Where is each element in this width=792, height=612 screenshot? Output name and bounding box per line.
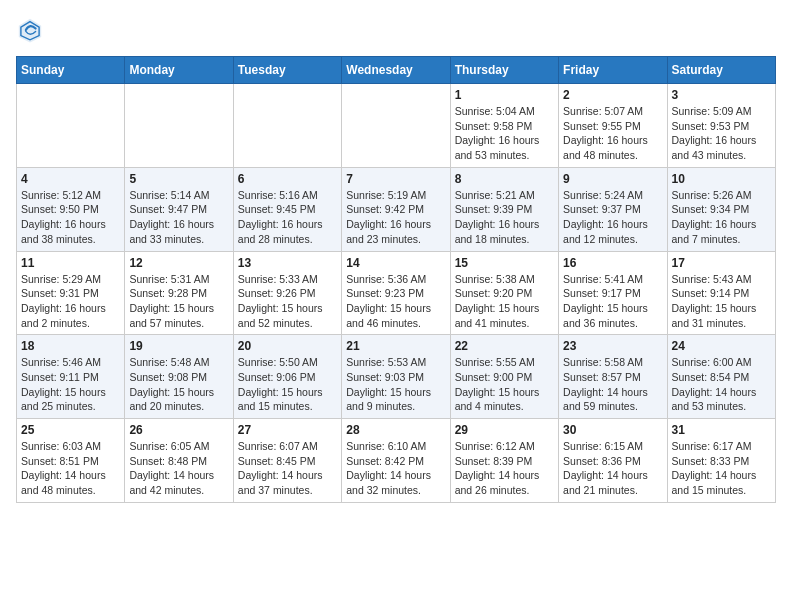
day-number: 15: [455, 256, 554, 270]
day-number: 29: [455, 423, 554, 437]
cell-info: Sunrise: 5:12 AM Sunset: 9:50 PM Dayligh…: [21, 188, 120, 247]
calendar-cell: [233, 84, 341, 168]
calendar-cell: 26Sunrise: 6:05 AM Sunset: 8:48 PM Dayli…: [125, 419, 233, 503]
calendar-header-row: SundayMondayTuesdayWednesdayThursdayFrid…: [17, 57, 776, 84]
calendar-cell: 13Sunrise: 5:33 AM Sunset: 9:26 PM Dayli…: [233, 251, 341, 335]
calendar-cell: 31Sunrise: 6:17 AM Sunset: 8:33 PM Dayli…: [667, 419, 775, 503]
cell-info: Sunrise: 5:07 AM Sunset: 9:55 PM Dayligh…: [563, 104, 662, 163]
cell-info: Sunrise: 5:04 AM Sunset: 9:58 PM Dayligh…: [455, 104, 554, 163]
day-header-thursday: Thursday: [450, 57, 558, 84]
day-number: 3: [672, 88, 771, 102]
cell-info: Sunrise: 5:16 AM Sunset: 9:45 PM Dayligh…: [238, 188, 337, 247]
cell-info: Sunrise: 6:17 AM Sunset: 8:33 PM Dayligh…: [672, 439, 771, 498]
calendar-cell: 25Sunrise: 6:03 AM Sunset: 8:51 PM Dayli…: [17, 419, 125, 503]
calendar-cell: 18Sunrise: 5:46 AM Sunset: 9:11 PM Dayli…: [17, 335, 125, 419]
day-number: 25: [21, 423, 120, 437]
calendar-cell: 12Sunrise: 5:31 AM Sunset: 9:28 PM Dayli…: [125, 251, 233, 335]
cell-info: Sunrise: 5:09 AM Sunset: 9:53 PM Dayligh…: [672, 104, 771, 163]
calendar-cell: 5Sunrise: 5:14 AM Sunset: 9:47 PM Daylig…: [125, 167, 233, 251]
day-number: 18: [21, 339, 120, 353]
calendar-week-row: 11Sunrise: 5:29 AM Sunset: 9:31 PM Dayli…: [17, 251, 776, 335]
calendar-cell: 4Sunrise: 5:12 AM Sunset: 9:50 PM Daylig…: [17, 167, 125, 251]
day-number: 16: [563, 256, 662, 270]
cell-info: Sunrise: 5:58 AM Sunset: 8:57 PM Dayligh…: [563, 355, 662, 414]
calendar-cell: 3Sunrise: 5:09 AM Sunset: 9:53 PM Daylig…: [667, 84, 775, 168]
cell-info: Sunrise: 5:31 AM Sunset: 9:28 PM Dayligh…: [129, 272, 228, 331]
calendar-cell: 10Sunrise: 5:26 AM Sunset: 9:34 PM Dayli…: [667, 167, 775, 251]
calendar-cell: 28Sunrise: 6:10 AM Sunset: 8:42 PM Dayli…: [342, 419, 450, 503]
cell-info: Sunrise: 5:33 AM Sunset: 9:26 PM Dayligh…: [238, 272, 337, 331]
cell-info: Sunrise: 6:10 AM Sunset: 8:42 PM Dayligh…: [346, 439, 445, 498]
day-number: 4: [21, 172, 120, 186]
cell-info: Sunrise: 5:53 AM Sunset: 9:03 PM Dayligh…: [346, 355, 445, 414]
cell-info: Sunrise: 5:29 AM Sunset: 9:31 PM Dayligh…: [21, 272, 120, 331]
calendar-cell: 1Sunrise: 5:04 AM Sunset: 9:58 PM Daylig…: [450, 84, 558, 168]
calendar-cell: 17Sunrise: 5:43 AM Sunset: 9:14 PM Dayli…: [667, 251, 775, 335]
calendar-cell: 21Sunrise: 5:53 AM Sunset: 9:03 PM Dayli…: [342, 335, 450, 419]
calendar-cell: 24Sunrise: 6:00 AM Sunset: 8:54 PM Dayli…: [667, 335, 775, 419]
calendar-week-row: 1Sunrise: 5:04 AM Sunset: 9:58 PM Daylig…: [17, 84, 776, 168]
calendar-cell: [342, 84, 450, 168]
calendar-cell: 16Sunrise: 5:41 AM Sunset: 9:17 PM Dayli…: [559, 251, 667, 335]
calendar-cell: 11Sunrise: 5:29 AM Sunset: 9:31 PM Dayli…: [17, 251, 125, 335]
calendar-cell: 19Sunrise: 5:48 AM Sunset: 9:08 PM Dayli…: [125, 335, 233, 419]
day-number: 2: [563, 88, 662, 102]
cell-info: Sunrise: 6:00 AM Sunset: 8:54 PM Dayligh…: [672, 355, 771, 414]
day-number: 21: [346, 339, 445, 353]
day-number: 27: [238, 423, 337, 437]
cell-info: Sunrise: 5:43 AM Sunset: 9:14 PM Dayligh…: [672, 272, 771, 331]
cell-info: Sunrise: 5:50 AM Sunset: 9:06 PM Dayligh…: [238, 355, 337, 414]
day-number: 22: [455, 339, 554, 353]
page-header: [16, 16, 776, 44]
day-number: 24: [672, 339, 771, 353]
day-number: 31: [672, 423, 771, 437]
day-number: 28: [346, 423, 445, 437]
calendar-cell: 23Sunrise: 5:58 AM Sunset: 8:57 PM Dayli…: [559, 335, 667, 419]
calendar-table: SundayMondayTuesdayWednesdayThursdayFrid…: [16, 56, 776, 503]
logo-icon: [16, 16, 44, 44]
day-number: 17: [672, 256, 771, 270]
cell-info: Sunrise: 5:24 AM Sunset: 9:37 PM Dayligh…: [563, 188, 662, 247]
calendar-week-row: 4Sunrise: 5:12 AM Sunset: 9:50 PM Daylig…: [17, 167, 776, 251]
day-number: 11: [21, 256, 120, 270]
day-header-monday: Monday: [125, 57, 233, 84]
day-number: 20: [238, 339, 337, 353]
calendar-cell: 27Sunrise: 6:07 AM Sunset: 8:45 PM Dayli…: [233, 419, 341, 503]
calendar-cell: 15Sunrise: 5:38 AM Sunset: 9:20 PM Dayli…: [450, 251, 558, 335]
day-number: 26: [129, 423, 228, 437]
cell-info: Sunrise: 6:03 AM Sunset: 8:51 PM Dayligh…: [21, 439, 120, 498]
cell-info: Sunrise: 6:12 AM Sunset: 8:39 PM Dayligh…: [455, 439, 554, 498]
calendar-cell: 20Sunrise: 5:50 AM Sunset: 9:06 PM Dayli…: [233, 335, 341, 419]
calendar-cell: 22Sunrise: 5:55 AM Sunset: 9:00 PM Dayli…: [450, 335, 558, 419]
day-header-friday: Friday: [559, 57, 667, 84]
cell-info: Sunrise: 5:14 AM Sunset: 9:47 PM Dayligh…: [129, 188, 228, 247]
cell-info: Sunrise: 5:38 AM Sunset: 9:20 PM Dayligh…: [455, 272, 554, 331]
day-number: 13: [238, 256, 337, 270]
calendar-cell: [17, 84, 125, 168]
day-number: 12: [129, 256, 228, 270]
cell-info: Sunrise: 6:15 AM Sunset: 8:36 PM Dayligh…: [563, 439, 662, 498]
calendar-cell: 6Sunrise: 5:16 AM Sunset: 9:45 PM Daylig…: [233, 167, 341, 251]
calendar-week-row: 18Sunrise: 5:46 AM Sunset: 9:11 PM Dayli…: [17, 335, 776, 419]
calendar-cell: 14Sunrise: 5:36 AM Sunset: 9:23 PM Dayli…: [342, 251, 450, 335]
cell-info: Sunrise: 6:07 AM Sunset: 8:45 PM Dayligh…: [238, 439, 337, 498]
cell-info: Sunrise: 5:48 AM Sunset: 9:08 PM Dayligh…: [129, 355, 228, 414]
cell-info: Sunrise: 6:05 AM Sunset: 8:48 PM Dayligh…: [129, 439, 228, 498]
calendar-cell: [125, 84, 233, 168]
cell-info: Sunrise: 5:55 AM Sunset: 9:00 PM Dayligh…: [455, 355, 554, 414]
day-number: 30: [563, 423, 662, 437]
cell-info: Sunrise: 5:41 AM Sunset: 9:17 PM Dayligh…: [563, 272, 662, 331]
day-number: 1: [455, 88, 554, 102]
cell-info: Sunrise: 5:36 AM Sunset: 9:23 PM Dayligh…: [346, 272, 445, 331]
day-number: 10: [672, 172, 771, 186]
calendar-cell: 9Sunrise: 5:24 AM Sunset: 9:37 PM Daylig…: [559, 167, 667, 251]
cell-info: Sunrise: 5:19 AM Sunset: 9:42 PM Dayligh…: [346, 188, 445, 247]
cell-info: Sunrise: 5:46 AM Sunset: 9:11 PM Dayligh…: [21, 355, 120, 414]
calendar-cell: 2Sunrise: 5:07 AM Sunset: 9:55 PM Daylig…: [559, 84, 667, 168]
calendar-cell: 7Sunrise: 5:19 AM Sunset: 9:42 PM Daylig…: [342, 167, 450, 251]
calendar-week-row: 25Sunrise: 6:03 AM Sunset: 8:51 PM Dayli…: [17, 419, 776, 503]
calendar-cell: 8Sunrise: 5:21 AM Sunset: 9:39 PM Daylig…: [450, 167, 558, 251]
day-header-wednesday: Wednesday: [342, 57, 450, 84]
day-number: 9: [563, 172, 662, 186]
cell-info: Sunrise: 5:21 AM Sunset: 9:39 PM Dayligh…: [455, 188, 554, 247]
